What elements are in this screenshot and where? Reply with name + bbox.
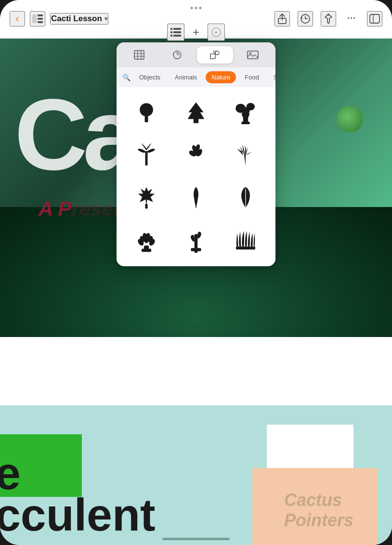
pin-icon	[324, 13, 333, 24]
cactus-pointer-text: Cactus Pointers	[284, 490, 353, 531]
symbol-bonsai-tree[interactable]	[221, 92, 271, 134]
category-animals[interactable]: Animals	[169, 71, 203, 83]
list-icon	[170, 28, 181, 37]
title-chevron-icon: ▾	[105, 15, 107, 22]
svg-rect-33	[242, 122, 250, 124]
svg-rect-25	[248, 51, 258, 59]
bottom-teal-section: Cactus Pointers e cculent	[0, 405, 392, 545]
pin-button[interactable]	[321, 11, 336, 26]
category-symbols[interactable]: Symbols	[268, 71, 275, 83]
back-button[interactable]: ‹	[10, 11, 25, 26]
symbol-fern[interactable]	[221, 134, 271, 177]
nav-bar: ‹ Cacti Lesson ▾	[0, 0, 392, 38]
svg-rect-2	[38, 18, 43, 20]
history-button[interactable]	[298, 11, 313, 26]
more-button[interactable]: ···	[344, 11, 359, 26]
symbol-maple-leaf[interactable]	[121, 177, 171, 219]
chart-tab-icon	[172, 50, 183, 60]
svg-rect-1	[38, 14, 43, 16]
symbol-tulip-leaf[interactable]	[171, 177, 221, 219]
svg-rect-5	[173, 28, 181, 30]
popup-tab-bar	[117, 42, 275, 67]
svg-marker-29	[188, 102, 205, 123]
svg-point-27	[140, 103, 153, 117]
svg-rect-0	[32, 14, 37, 23]
tab-table[interactable]	[121, 46, 157, 64]
pen-icon	[211, 27, 222, 38]
svg-rect-23	[210, 54, 215, 59]
document-title-button[interactable]: Cacti Lesson ▾	[50, 13, 108, 25]
ipad-frame: Cacti A Presentation Cactus Pointers e c…	[0, 0, 392, 545]
home-indicator	[162, 538, 230, 540]
insert-popup: 🔍 Objects Animals Nature Food Symbols	[117, 42, 275, 266]
share-button[interactable]	[274, 11, 290, 26]
shapes-tab-icon	[209, 50, 220, 60]
list-view-button[interactable]	[167, 24, 184, 41]
svg-rect-3	[38, 21, 43, 23]
table-tab-icon	[134, 50, 144, 60]
collab-icon	[369, 14, 380, 24]
tab-media[interactable]	[235, 46, 271, 64]
popup-category-bar: 🔍 Objects Animals Nature Food Symbols	[117, 67, 275, 87]
history-icon	[300, 13, 311, 24]
svg-rect-28	[144, 116, 148, 122]
symbol-succulent[interactable]	[121, 219, 171, 261]
symbol-deciduous-tree[interactable]	[121, 92, 171, 134]
search-icon: 🔍	[122, 74, 131, 81]
symbol-herb-plant[interactable]	[171, 134, 221, 177]
symbol-grass[interactable]	[221, 219, 271, 261]
symbol-grid	[117, 87, 275, 266]
svg-rect-14	[370, 14, 379, 23]
svg-rect-16	[134, 51, 144, 59]
svg-rect-54	[236, 247, 255, 249]
tab-chart[interactable]	[159, 46, 196, 64]
svg-rect-9	[173, 35, 181, 37]
svg-rect-34	[145, 151, 147, 166]
svg-rect-51	[142, 249, 151, 252]
pen-tool-button[interactable]	[208, 24, 225, 41]
svg-rect-6	[170, 31, 172, 33]
collab-button[interactable]	[367, 11, 382, 26]
media-tab-icon	[247, 50, 259, 60]
peach-block: Cactus Pointers	[252, 468, 378, 545]
category-nature[interactable]: Nature	[206, 71, 236, 83]
green-circle-decoration	[337, 106, 363, 132]
symbol-palm-tree[interactable]	[121, 134, 171, 177]
sidebar-toggle-button[interactable]	[30, 11, 45, 26]
svg-rect-40	[145, 204, 147, 208]
share-icon	[277, 13, 287, 24]
category-objects[interactable]: Objects	[133, 71, 166, 83]
svg-rect-4	[170, 28, 172, 30]
document-title-text: Cacti Lesson	[51, 14, 102, 24]
symbol-simple-leaf[interactable]	[221, 177, 271, 219]
svg-rect-7	[173, 31, 181, 33]
svg-rect-8	[170, 35, 172, 37]
tab-shapes[interactable]	[197, 46, 233, 64]
add-button[interactable]: +	[187, 24, 205, 41]
category-food[interactable]: Food	[239, 71, 265, 83]
symbol-cactus[interactable]	[171, 219, 221, 261]
bottom-left-large-text: e cculent	[0, 453, 156, 535]
symbol-pine-tree[interactable]	[171, 92, 221, 134]
nav-dots	[191, 7, 202, 9]
sidebar-icon	[32, 14, 43, 23]
